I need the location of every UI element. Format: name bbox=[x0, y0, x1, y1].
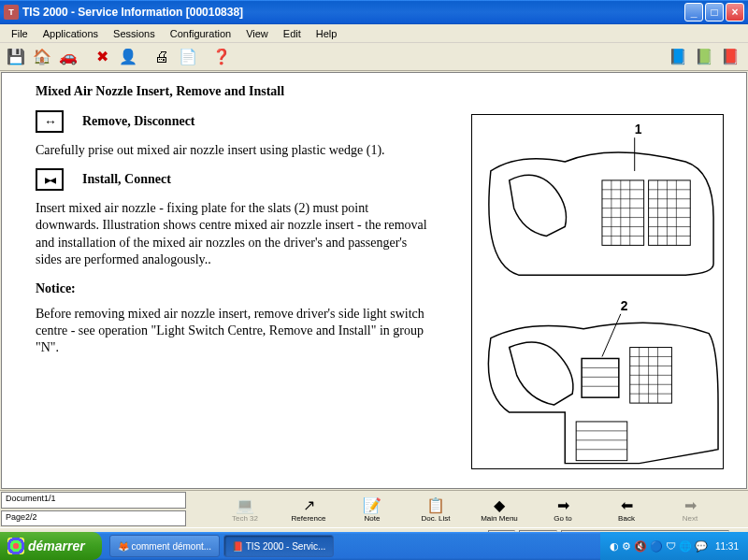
module-button-3[interactable]: 📕 bbox=[718, 45, 742, 69]
fig-label-1: 1 bbox=[635, 122, 642, 136]
start-button[interactable]: démarrer bbox=[0, 532, 102, 560]
help-button[interactable]: ❓ bbox=[209, 45, 234, 69]
user-button[interactable]: 👤 bbox=[116, 45, 140, 69]
menu-applications[interactable]: Applications bbox=[36, 26, 106, 41]
nav-note[interactable]: 📝Note bbox=[352, 495, 393, 523]
minimize-button[interactable]: _ bbox=[684, 3, 703, 22]
nav-doc-list[interactable]: 📋Doc. List bbox=[415, 495, 456, 523]
window-title: TIS 2000 - Service Information [00010838… bbox=[22, 6, 243, 19]
nav-buttons: 💻Tech 32↗Reference📝Note📋Doc. List◆Main M… bbox=[187, 491, 748, 527]
nav-tech-32: 💻Tech 32 bbox=[224, 495, 266, 523]
app-icon: T bbox=[4, 5, 19, 20]
menu-file[interactable]: File bbox=[4, 26, 36, 41]
clock: 11:31 bbox=[715, 541, 739, 552]
task-item[interactable]: 📕 TIS 2000 - Servic... bbox=[223, 535, 334, 557]
remove-text: Carefully prise out mixed air nozzle ins… bbox=[36, 142, 428, 159]
title-bar: T TIS 2000 - Service Information [000108… bbox=[0, 0, 748, 24]
toolbar: 💾 🏠 🚗 ✖ 👤 🖨 📄 ❓ 📘 📗 📕 bbox=[0, 43, 748, 71]
task-item[interactable]: 🦊 comment démont... bbox=[109, 535, 220, 557]
illustration-panel: 1 2 bbox=[471, 114, 724, 469]
illustration-svg: 1 2 bbox=[472, 115, 723, 468]
notice-text: Before removing mixed air nozzle insert,… bbox=[36, 306, 428, 357]
tray-icon[interactable]: 🛡 bbox=[666, 540, 676, 553]
document-viewport[interactable]: Mixed Air Nozzle Insert, Remove and Inst… bbox=[1, 72, 747, 489]
vehicle-button[interactable]: 🚗 bbox=[56, 45, 80, 69]
taskbar: démarrer 🦊 comment démont...📕 TIS 2000 -… bbox=[0, 532, 748, 560]
install-icon: ▸◂ bbox=[36, 168, 64, 191]
menu-sessions[interactable]: Sessions bbox=[106, 26, 163, 41]
nav-next: ➡Next bbox=[669, 495, 711, 523]
nav-go-to[interactable]: ➡Go to bbox=[542, 495, 583, 523]
nav-back[interactable]: ⬅Back bbox=[606, 495, 647, 523]
fig-label-2: 2 bbox=[621, 298, 628, 313]
remove-icon: ↔ bbox=[36, 110, 64, 133]
install-heading: Install, Connect bbox=[82, 172, 171, 187]
nav-panel: Document1/1 Page2/2 💻Tech 32↗Reference📝N… bbox=[0, 490, 748, 527]
svg-rect-2 bbox=[649, 180, 691, 245]
nav-main-menu[interactable]: ◆Main Menu bbox=[479, 495, 520, 523]
svg-rect-35 bbox=[576, 422, 627, 461]
document-counter[interactable]: Document1/1 bbox=[1, 492, 186, 509]
remove-heading: Remove, Disconnect bbox=[82, 114, 195, 129]
svg-rect-22 bbox=[582, 358, 619, 397]
menu-configuration[interactable]: Configuration bbox=[163, 26, 238, 41]
save-button[interactable]: 💾 bbox=[4, 45, 28, 69]
tray-icon[interactable]: 🔵 bbox=[650, 540, 663, 553]
nav-reference[interactable]: ↗Reference bbox=[288, 495, 329, 523]
menu-bar: File Applications Sessions Configuration… bbox=[0, 24, 748, 43]
svg-line-21 bbox=[602, 314, 621, 357]
module-button-2[interactable]: 📗 bbox=[692, 45, 716, 69]
cancel-button[interactable]: ✖ bbox=[90, 45, 114, 69]
close-button[interactable]: × bbox=[726, 3, 744, 22]
module-button-1[interactable]: 📘 bbox=[666, 45, 690, 69]
tray-icon[interactable]: 🔇 bbox=[634, 540, 647, 553]
document-title: Mixed Air Nozzle Insert, Remove and Inst… bbox=[36, 84, 712, 99]
system-tray[interactable]: ◐⚙🔇🔵🛡🌐💬 11:31 bbox=[600, 532, 748, 560]
page-counter[interactable]: Page2/2 bbox=[1, 510, 186, 527]
print-button[interactable]: 🖨 bbox=[150, 45, 174, 69]
doc-button[interactable]: 📄 bbox=[176, 45, 200, 69]
tray-icon[interactable]: ⚙ bbox=[622, 540, 631, 553]
menu-view[interactable]: View bbox=[238, 26, 276, 41]
home-button[interactable]: 🏠 bbox=[30, 45, 54, 69]
tray-icon[interactable]: 🌐 bbox=[679, 540, 692, 553]
tray-icon[interactable]: ◐ bbox=[610, 540, 619, 553]
maximize-button[interactable]: □ bbox=[705, 3, 724, 22]
menu-help[interactable]: Help bbox=[309, 26, 345, 41]
svg-rect-1 bbox=[602, 180, 644, 245]
tray-icon[interactable]: 💬 bbox=[695, 540, 708, 553]
install-text: Insert mixed air nozzle - fixing plate f… bbox=[36, 200, 428, 268]
menu-edit[interactable]: Edit bbox=[276, 26, 309, 41]
